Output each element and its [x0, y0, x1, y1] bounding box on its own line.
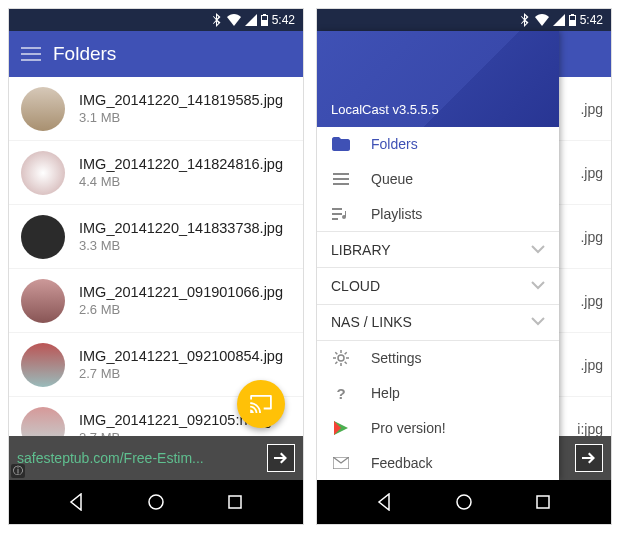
file-size: 4.4 MB — [79, 174, 283, 189]
drawer-label: Feedback — [371, 455, 432, 471]
drawer-item-pro[interactable]: Pro version! — [317, 411, 559, 446]
queue-icon — [331, 169, 351, 189]
drawer-label: Folders — [371, 136, 418, 152]
ad-arrow-icon[interactable] — [267, 444, 295, 472]
back-button[interactable] — [66, 491, 88, 513]
chevron-down-icon — [531, 242, 545, 258]
recents-button[interactable] — [224, 491, 246, 513]
file-name: IMG_20141221_091901066.jpg — [79, 284, 283, 300]
drawer-group-nas[interactable]: NAS / LINKS — [317, 305, 559, 342]
thumbnail — [21, 87, 65, 131]
phone-right: 5:42 .jpg .jpg .jpg .jpg .jpg i:jpg Loca… — [316, 8, 612, 525]
svg-rect-2 — [229, 496, 241, 508]
drawer-header: LocalCast v3.5.5.5 — [317, 31, 559, 127]
svg-point-6 — [457, 495, 471, 509]
file-list-item[interactable]: IMG_20141220_141819585.jpg 3.1 MB — [9, 77, 303, 141]
file-list-item[interactable]: IMG_20141220_141824816.jpg 4.4 MB — [9, 141, 303, 205]
store-icon — [331, 418, 351, 438]
cast-fab[interactable] — [237, 380, 285, 428]
ad-text: safesteptub.com/Free-Estim... — [17, 450, 267, 466]
peek-row: .jpg — [559, 269, 611, 333]
file-size: 2.7 MB — [79, 366, 283, 381]
home-button[interactable] — [453, 491, 475, 513]
file-list-item[interactable]: IMG_20141220_141833738.jpg 3.3 MB — [9, 205, 303, 269]
file-size: 3.3 MB — [79, 238, 283, 253]
ad-banner[interactable]: ⓘ safesteptub.com/Free-Estim... — [9, 436, 303, 480]
background-content: .jpg .jpg .jpg .jpg .jpg i:jpg — [559, 31, 611, 480]
app-bar: Folders — [9, 31, 303, 77]
status-bar: 5:42 — [9, 9, 303, 31]
signal-icon — [245, 14, 257, 26]
ad-banner-peek — [559, 436, 611, 480]
peek-row: .jpg — [559, 141, 611, 205]
home-button[interactable] — [145, 491, 167, 513]
help-icon: ? — [331, 383, 351, 403]
drawer-label: Help — [371, 385, 400, 401]
file-name: IMG_20141220_141833738.jpg — [79, 220, 283, 236]
recents-button[interactable] — [532, 491, 554, 513]
thumbnail — [21, 151, 65, 195]
battery-icon — [569, 14, 576, 26]
chevron-down-icon — [531, 314, 545, 330]
chevron-down-icon — [531, 278, 545, 294]
peek-row: .jpg — [559, 333, 611, 397]
file-name: IMG_20141220_141824816.jpg — [79, 156, 283, 172]
svg-rect-0 — [262, 16, 267, 20]
android-nav-bar — [317, 480, 611, 524]
phone-left: 5:42 Folders IMG_20141220_141819585.jpg … — [8, 8, 304, 525]
drawer-label: Playlists — [371, 206, 422, 222]
wifi-icon — [227, 14, 241, 26]
ad-arrow-icon[interactable] — [575, 444, 603, 472]
drawer-item-playlists[interactable]: Playlists — [317, 197, 559, 232]
battery-icon — [261, 14, 268, 26]
drawer-item-settings[interactable]: Settings — [317, 341, 559, 376]
file-name: IMG_20141221_092100854.jpg — [79, 348, 283, 364]
drawer-label: Queue — [371, 171, 413, 187]
file-list-item[interactable]: IMG_20141221_091901066.jpg 2.6 MB — [9, 269, 303, 333]
gear-icon — [331, 348, 351, 368]
cast-icon — [250, 395, 272, 413]
status-bar: 5:42 — [317, 9, 611, 31]
signal-icon — [553, 14, 565, 26]
group-label: LIBRARY — [331, 242, 391, 258]
folder-icon — [331, 134, 351, 154]
drawer-label: Settings — [371, 350, 422, 366]
mail-icon — [331, 453, 351, 473]
group-label: NAS / LINKS — [331, 314, 412, 330]
drawer-label: Pro version! — [371, 420, 446, 436]
thumbnail — [21, 279, 65, 323]
drawer-item-feedback[interactable]: Feedback — [317, 445, 559, 480]
adchoices-icon[interactable]: ⓘ — [11, 464, 25, 478]
drawer-group-library[interactable]: LIBRARY — [317, 231, 559, 268]
file-size: 3.1 MB — [79, 110, 283, 125]
page-title: Folders — [53, 43, 116, 65]
group-label: CLOUD — [331, 278, 380, 294]
thumbnail — [21, 215, 65, 259]
thumbnail — [21, 343, 65, 387]
status-time: 5:42 — [580, 13, 603, 27]
drawer-item-help[interactable]: ? Help — [317, 376, 559, 411]
android-nav-bar — [9, 480, 303, 524]
hamburger-icon[interactable] — [21, 47, 41, 61]
svg-point-1 — [149, 495, 163, 509]
playlist-icon — [331, 204, 351, 224]
file-size: 2.6 MB — [79, 302, 283, 317]
status-time: 5:42 — [272, 13, 295, 27]
svg-rect-3 — [570, 16, 575, 20]
peek-row: .jpg — [559, 205, 611, 269]
svg-point-4 — [338, 355, 344, 361]
drawer-item-folders[interactable]: Folders — [317, 127, 559, 162]
file-name: IMG_20141220_141819585.jpg — [79, 92, 283, 108]
peek-row: .jpg — [559, 77, 611, 141]
drawer-item-queue[interactable]: Queue — [317, 162, 559, 197]
bluetooth-icon — [213, 13, 223, 27]
wifi-icon — [535, 14, 549, 26]
drawer-group-cloud[interactable]: CLOUD — [317, 268, 559, 305]
navigation-drawer: LocalCast v3.5.5.5 Folders Queue Playlis… — [317, 31, 559, 480]
bluetooth-icon — [521, 13, 531, 27]
svg-rect-7 — [537, 496, 549, 508]
app-version: LocalCast v3.5.5.5 — [331, 102, 439, 117]
back-button[interactable] — [374, 491, 396, 513]
